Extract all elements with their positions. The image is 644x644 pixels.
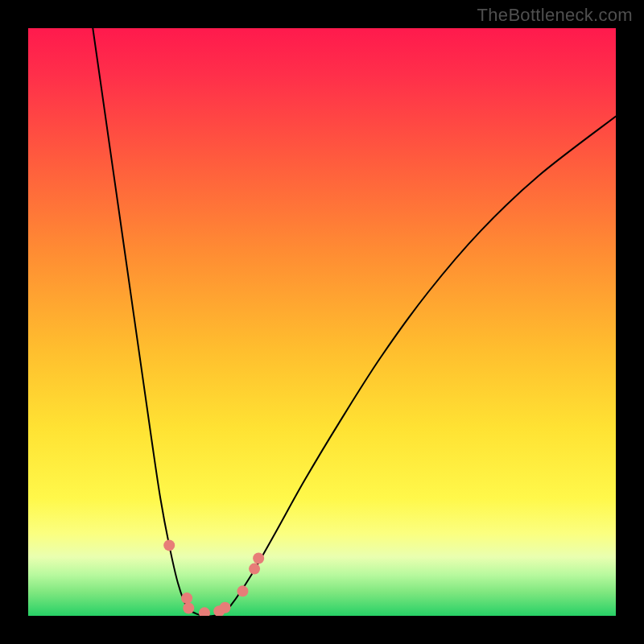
marker-point [199,607,210,616]
chart-frame: TheBottleneck.com [0,0,644,644]
marker-point [220,602,231,613]
curve-path [93,28,616,616]
marker-point [253,552,264,564]
chart-svg [28,28,616,616]
marker-point [183,603,194,614]
plot-area [28,28,616,616]
bottleneck-curve [93,28,616,616]
watermark-label: TheBottleneck.com [477,5,633,26]
marker-point [249,564,260,575]
marker-point [163,539,175,551]
marker-point [181,592,192,604]
marker-point [237,585,248,597]
